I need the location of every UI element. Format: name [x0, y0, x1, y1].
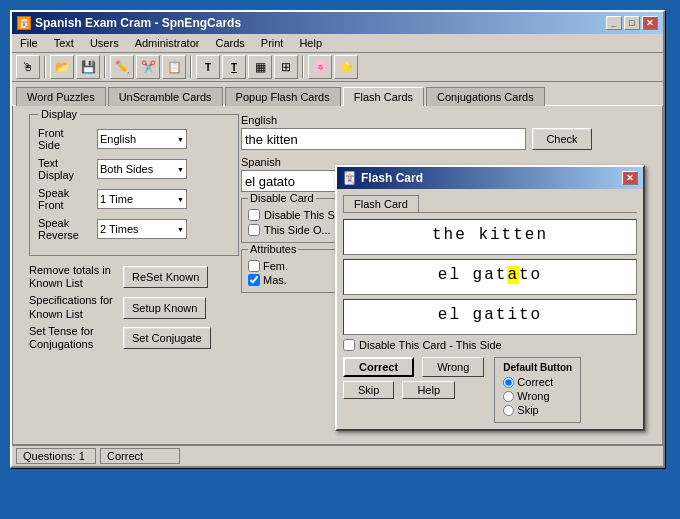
card-middle-after-hl: to [519, 266, 542, 284]
tab-unscramble-cards[interactable]: UnScramble Cards [108, 87, 223, 106]
tab-flash-cards[interactable]: Flash Cards [343, 87, 424, 106]
toolbar-text2[interactable]: T [222, 55, 246, 79]
tab-word-puzzles[interactable]: Word Puzzles [16, 87, 106, 106]
card-middle-before-hl: el gat [438, 266, 508, 284]
speak-front-label: SpeakFront [38, 187, 93, 211]
toolbar-box1[interactable]: ▦ [248, 55, 272, 79]
flash-disable-checkbox[interactable] [343, 339, 355, 351]
mas-label: Mas. [263, 274, 287, 286]
default-button-group: Default Button Correct Wrong Skip [494, 357, 581, 423]
speak-reverse-label: SpeakReverse [38, 217, 93, 241]
this-side-only-checkbox[interactable] [248, 224, 260, 236]
set-conjugate-row: Set Tense for Conjugations Set Conjugate [29, 325, 239, 351]
set-conjugate-button[interactable]: Set Conjugate [123, 327, 211, 349]
menu-administrator[interactable]: Administrator [131, 36, 204, 50]
set-tense-label: Set Tense for Conjugations [29, 325, 119, 351]
front-side-row: FrontSide English Spanish Both [38, 127, 230, 151]
help-button[interactable]: Help [402, 381, 455, 399]
disable-card-group-label: Disable Card [248, 192, 316, 204]
specifications-label: Specifications for Known List [29, 294, 119, 320]
speak-reverse-select-wrapper: 2 Times 1 Time Never [97, 219, 187, 239]
tab-conjugations-cards[interactable]: Conjugations Cards [426, 87, 545, 106]
flash-disable-label: Disable This Card - This Side [359, 339, 502, 351]
toolbar-sep-4 [302, 56, 304, 78]
default-skip-radio[interactable] [503, 405, 514, 416]
toolbar-cursor[interactable]: 🖱 [16, 55, 40, 79]
reset-known-row: Remove totals in Known List ReSet Known [29, 264, 239, 290]
toolbar-sep-3 [190, 56, 192, 78]
skip-button[interactable]: Skip [343, 381, 394, 399]
toolbar-open[interactable]: 📂 [50, 55, 74, 79]
tab-popup-flash-cards[interactable]: Popup Flash Cards [225, 87, 341, 106]
english-section: English Check [241, 114, 654, 150]
flash-tab-bar: Flash Card [343, 195, 637, 213]
card-middle-hl: a [507, 266, 519, 284]
speak-reverse-select[interactable]: 2 Times 1 Time Never [97, 219, 187, 239]
fem-checkbox[interactable] [248, 260, 260, 272]
app-icon: 🃏 [17, 16, 31, 30]
mas-checkbox[interactable] [248, 274, 260, 286]
default-wrong-radio[interactable] [503, 391, 514, 402]
flash-tab[interactable]: Flash Card [343, 195, 419, 212]
check-button[interactable]: Check [532, 128, 592, 150]
menu-file[interactable]: File [16, 36, 42, 50]
toolbar-cut[interactable]: ✂️ [136, 55, 160, 79]
flash-dialog-close[interactable]: ✕ [622, 171, 638, 185]
maximize-button[interactable]: □ [624, 16, 640, 30]
display-group-label: Display [38, 108, 80, 120]
wrong-button[interactable]: Wrong [422, 357, 484, 377]
flash-dialog-buttons: ✕ [622, 171, 638, 185]
card-bottom-text: el gatito [343, 299, 637, 335]
window-title: Spanish Exam Cram - SpnEngCards [35, 16, 241, 30]
speak-front-select[interactable]: 1 Time 2 Times Never [97, 189, 187, 209]
minimize-button[interactable]: _ [606, 16, 622, 30]
title-bar-buttons: _ □ ✕ [606, 16, 658, 30]
front-side-label: FrontSide [38, 127, 93, 151]
flash-secondary-btns: Skip Help [343, 381, 484, 399]
title-bar-left: 🃏 Spanish Exam Cram - SpnEngCards [17, 16, 241, 30]
menu-help[interactable]: Help [295, 36, 326, 50]
flash-title-left: 🃏 Flash Card [342, 171, 423, 185]
toolbar: 🖱 📂 💾 ✏️ ✂️ 📋 T T ▦ ⊞ 🌸 ⭐ [12, 53, 663, 82]
flash-dialog-title: Flash Card [361, 171, 423, 185]
this-side-only-label: This Side O... [264, 224, 331, 236]
default-wrong-label: Wrong [517, 390, 549, 402]
card-top-text: the kitten [343, 219, 637, 255]
default-correct-row: Correct [503, 376, 572, 388]
menu-cards[interactable]: Cards [211, 36, 248, 50]
flash-dialog-content: Flash Card the kitten el gatato el gatit… [337, 189, 643, 429]
flash-action-col: Correct Wrong Skip Help [343, 357, 484, 403]
attributes-group-label: Attributes [248, 243, 298, 255]
setup-known-button[interactable]: Setup Known [123, 297, 206, 319]
flash-dialog-title-bar: 🃏 Flash Card ✕ [337, 167, 643, 189]
toolbar-box2[interactable]: ⊞ [274, 55, 298, 79]
menu-text[interactable]: Text [50, 36, 78, 50]
menu-print[interactable]: Print [257, 36, 288, 50]
status-questions: Questions: 1 [16, 448, 96, 464]
flash-main-btns: Correct Wrong [343, 357, 484, 377]
front-side-select[interactable]: English Spanish Both [97, 129, 187, 149]
default-wrong-row: Wrong [503, 390, 572, 402]
toolbar-flower[interactable]: 🌸 [308, 55, 332, 79]
disable-this-side-checkbox[interactable] [248, 209, 260, 221]
correct-button[interactable]: Correct [343, 357, 414, 377]
correct-label: Correct [107, 450, 143, 462]
toolbar-paste[interactable]: 📋 [162, 55, 186, 79]
toolbar-save[interactable]: 💾 [76, 55, 100, 79]
flash-disable-row: Disable This Card - This Side [343, 339, 637, 351]
text-display-select[interactable]: Both Sides Front Only Back Only [97, 159, 187, 179]
questions-label: Questions: [23, 450, 76, 462]
default-correct-radio[interactable] [503, 377, 514, 388]
toolbar-text1[interactable]: T [196, 55, 220, 79]
toolbar-sep-2 [104, 56, 106, 78]
toolbar-edit[interactable]: ✏️ [110, 55, 134, 79]
tabs-bar: Word Puzzles UnScramble Cards Popup Flas… [12, 82, 663, 105]
english-input-row: Check [241, 128, 654, 150]
toolbar-star[interactable]: ⭐ [334, 55, 358, 79]
english-label: English [241, 114, 654, 126]
title-bar: 🃏 Spanish Exam Cram - SpnEngCards _ □ ✕ [12, 12, 663, 34]
reset-known-button[interactable]: ReSet Known [123, 266, 208, 288]
english-input[interactable] [241, 128, 526, 150]
menu-users[interactable]: Users [86, 36, 123, 50]
close-button[interactable]: ✕ [642, 16, 658, 30]
